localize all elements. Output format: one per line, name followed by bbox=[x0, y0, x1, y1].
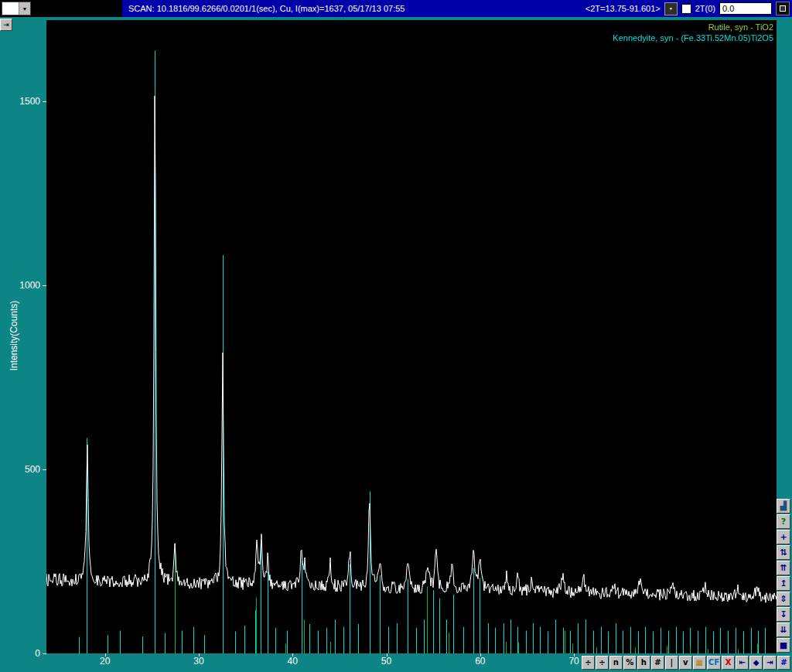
x-tick-mark bbox=[387, 653, 387, 657]
x-tick-mark bbox=[199, 653, 200, 657]
normalize-button[interactable]: n bbox=[609, 656, 623, 670]
scroll-down-button[interactable]: ↧ bbox=[777, 607, 790, 622]
scan-info: SCAN: 10.1816/99.6266/0.0201/1(sec), Cu,… bbox=[128, 4, 405, 13]
legend-entry: Rutile, syn - TiO2 bbox=[613, 22, 773, 32]
two-theta-range: <2T=13.75-91.601> bbox=[585, 4, 661, 13]
color-grid-button[interactable]: ▦ bbox=[693, 656, 706, 670]
x-tick-label: 30 bbox=[183, 656, 214, 667]
count-button[interactable]: # bbox=[651, 656, 664, 670]
right-toolbar: ▟?+⇅⇈↥⇕↧⇊■ bbox=[777, 499, 791, 653]
help-button[interactable]: ? bbox=[777, 514, 790, 529]
pan-button[interactable]: + bbox=[777, 530, 790, 544]
stop-button[interactable]: ■ bbox=[777, 638, 790, 653]
y-tick-label: 500 bbox=[2, 464, 40, 475]
bottom-toolbar: ÷÷n%h#|v▦CFX⇤◆⇥# bbox=[582, 656, 790, 670]
chart-mode-button[interactable]: ▪ bbox=[664, 2, 678, 15]
page-down-fast-button[interactable]: ⇊ bbox=[777, 623, 790, 637]
index-button[interactable]: # bbox=[777, 656, 790, 670]
first-scan-button[interactable]: ⇤ bbox=[736, 656, 749, 670]
application-window: SCAN: 10.1816/99.6266/0.0201/1(sec), Cu,… bbox=[0, 0, 792, 672]
preset-dropdown-value bbox=[2, 2, 19, 15]
x-tick-mark bbox=[105, 653, 106, 657]
y-tick-label: 0 bbox=[2, 648, 40, 659]
v-marker-button[interactable]: v bbox=[679, 656, 692, 670]
y-tick-mark bbox=[43, 101, 46, 102]
scroll-up-button[interactable]: ↥ bbox=[777, 576, 790, 591]
x-tick-label: 70 bbox=[558, 656, 589, 667]
phase-legend: Rutile, syn - TiO2Kennedyite, syn - (Fe.… bbox=[613, 22, 773, 43]
x-tick-mark bbox=[292, 653, 293, 657]
x-tick-mark bbox=[574, 653, 575, 657]
y-tick-mark bbox=[43, 469, 46, 470]
two-theta-zero-checkbox[interactable] bbox=[681, 4, 691, 14]
two-theta-zero-input[interactable] bbox=[719, 2, 772, 15]
two-theta-zero-label: 2T(0) bbox=[695, 4, 715, 13]
zoom-overview-button[interactable]: ▟ bbox=[777, 499, 790, 513]
display-icon bbox=[780, 5, 786, 12]
delete-button[interactable]: X bbox=[722, 656, 735, 670]
diffraction-plot[interactable] bbox=[46, 20, 777, 653]
chart-icon: ▪ bbox=[670, 5, 672, 12]
x-tick-label: 50 bbox=[371, 656, 402, 667]
height-button[interactable]: h bbox=[637, 656, 650, 670]
chevron-down-icon: ▼ bbox=[19, 2, 30, 15]
divide-right-button[interactable]: ÷ bbox=[596, 656, 609, 670]
cf-button[interactable]: CF bbox=[707, 656, 721, 670]
x-tick-mark bbox=[480, 653, 481, 657]
top-bar-controls: <2T=13.75-91.601> ▪ 2T(0) bbox=[585, 2, 792, 15]
percent-button[interactable]: % bbox=[623, 656, 637, 670]
y-tick-mark bbox=[43, 653, 46, 654]
collapse-panel-button[interactable]: ⇥ bbox=[0, 19, 12, 31]
scan-title-bar: SCAN: 10.1816/99.6266/0.0201/1(sec), Cu,… bbox=[122, 0, 792, 17]
fit-vertical-button[interactable]: ⇕ bbox=[777, 592, 790, 606]
preset-dropdown[interactable]: ▼ bbox=[2, 2, 31, 15]
y-axis-title: Intensity(Counts) bbox=[9, 285, 19, 386]
x-tick-label: 60 bbox=[465, 656, 496, 667]
x-tick-label: 20 bbox=[90, 656, 121, 667]
marker-button[interactable]: ◆ bbox=[749, 656, 763, 670]
swap-axes-button[interactable]: ⇅ bbox=[777, 545, 790, 560]
plot-area: Rutile, syn - TiO2Kennedyite, syn - (Fe.… bbox=[46, 20, 777, 653]
legend-entry: Kennedyite, syn - (Fe.33Ti.52Mn.05)Ti2O5 bbox=[613, 32, 773, 43]
last-scan-button[interactable]: ⇥ bbox=[763, 656, 777, 670]
y-tick-label: 1000 bbox=[2, 280, 40, 291]
display-options-button[interactable] bbox=[776, 2, 790, 15]
page-up-fast-button[interactable]: ⇈ bbox=[777, 561, 790, 575]
x-tick-label: 40 bbox=[277, 656, 308, 667]
y-tick-label: 1500 bbox=[2, 96, 40, 107]
y-tick-mark bbox=[43, 285, 46, 286]
cursor-bar-button[interactable]: | bbox=[665, 656, 678, 670]
top-bar: SCAN: 10.1816/99.6266/0.0201/1(sec), Cu,… bbox=[0, 0, 792, 17]
